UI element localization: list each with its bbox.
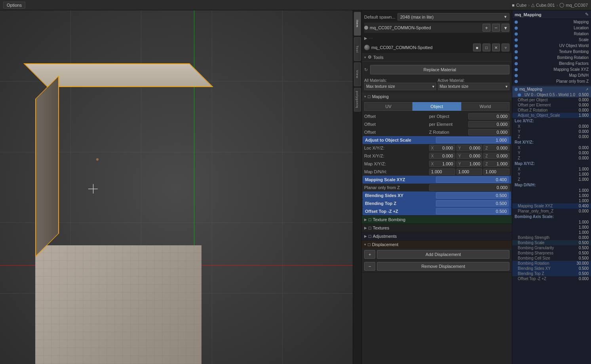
displacement-header[interactable]: ▾ □ Displacement xyxy=(362,241,512,248)
offset-per-object-num[interactable]: 0.000 xyxy=(468,113,510,119)
sidebar-tab-item[interactable]: Item xyxy=(354,12,361,36)
remove-displacement-minus[interactable]: − xyxy=(364,262,375,271)
map-y[interactable]: Y1.000 xyxy=(456,161,483,167)
frp-node-circle xyxy=(515,88,518,91)
sidebar-tab-polygoniq[interactable]: polygoniq xyxy=(354,88,361,112)
blending-sides-row[interactable]: Blending Sides XY 0.500 xyxy=(363,191,511,199)
map-z[interactable]: Z1.000 xyxy=(483,161,509,167)
loc-z[interactable]: Z0.000 xyxy=(483,145,509,151)
offset-per-object-val: per Object xyxy=(429,114,467,119)
frp-bombing-granularity-val: 0.500 xyxy=(579,246,589,250)
textures-label: Textures xyxy=(373,226,390,230)
mapping-toggle: ▾ xyxy=(364,95,366,99)
frp-offset-per-object-key: Offset per Object xyxy=(518,98,547,102)
replace-icon: ↻ xyxy=(364,67,368,72)
mapping-scale-xyz-row[interactable]: Mapping Scale XYZ 0.400 xyxy=(363,176,511,184)
rot-y[interactable]: Y0.000 xyxy=(456,153,483,159)
add-displacement-button[interactable]: Add Displacement xyxy=(377,250,509,259)
frp-edit-icon[interactable]: ✎ xyxy=(585,12,589,17)
planar-only-num[interactable]: 0.000 xyxy=(429,184,509,191)
tab-world[interactable]: World xyxy=(461,102,509,111)
sidebar-tab-view[interactable]: View xyxy=(354,63,361,86)
frp-blending-top: Blending Top Z 0.500 xyxy=(512,271,591,276)
tab-uv[interactable]: UV xyxy=(364,102,412,111)
offset-top-row[interactable]: Offset Top -Z +Z 0.500 xyxy=(363,207,511,215)
frp-rot-y-key: Y xyxy=(518,151,521,155)
active-material-select[interactable]: Max texture size ▾ xyxy=(438,83,510,90)
frp-bombing-rotation-key: Bombing Rotation xyxy=(518,261,549,265)
blending-sides-num[interactable]: 0.500 xyxy=(436,192,509,199)
sidebar-tab-tool[interactable]: Tool xyxy=(354,37,361,61)
map-x[interactable]: X1.000 xyxy=(429,161,455,167)
remove-displacement-button[interactable]: Remove Displacement xyxy=(377,262,509,271)
textures-header[interactable]: ▶ □ Textures xyxy=(362,224,512,232)
spawn-select[interactable]: 2048 (max in lite) ▾ xyxy=(397,13,509,21)
blending-top-row[interactable]: Blending Top Z 0.500 xyxy=(363,199,511,207)
node-settings-btn[interactable]: ▿ xyxy=(502,44,509,51)
adjust-object-scale-num[interactable]: 1.000 xyxy=(436,137,509,143)
offset-per-element-val: per Element xyxy=(429,122,467,127)
mapdn-1[interactable]: 1.000 xyxy=(429,169,455,175)
displacement-remove-row: − Remove Displacement xyxy=(362,260,512,272)
replace-material-button[interactable]: Replace Material xyxy=(370,65,509,74)
frp-blending-top-key: Blending Top Z xyxy=(518,271,544,276)
material-more-btn[interactable]: ▾ xyxy=(502,24,509,32)
loc-y[interactable]: Y0.000 xyxy=(456,145,483,151)
material-remove-btn[interactable]: − xyxy=(492,24,500,32)
mapdn-2[interactable]: 1.000 xyxy=(456,169,483,175)
mapping-scale-xyz-num[interactable]: 0.400 xyxy=(436,176,509,183)
frp-offset-z-rotation-val: 0.000 xyxy=(579,108,589,112)
frp-title: mq_Mapping xyxy=(515,12,542,17)
active-material-value: Max texture size xyxy=(440,84,469,89)
frp-planar-only: Planar only from Z xyxy=(512,78,591,84)
frp-mapdn-1-val: 1.000 xyxy=(579,188,589,193)
spawn-section: Default spawn... 2048 (max in lite) ▾ mq… xyxy=(362,10,512,34)
material-add-btn[interactable]: + xyxy=(483,24,490,32)
texture-bombing-header[interactable]: ▶ □ Texture Bombing xyxy=(362,216,512,224)
tab-object[interactable]: Object xyxy=(412,102,461,111)
viewport[interactable] xyxy=(0,10,353,364)
mapping-header[interactable]: ▾ □ Mapping xyxy=(362,93,512,100)
blending-top-num[interactable]: 0.500 xyxy=(436,200,509,207)
rot-x[interactable]: X0.000 xyxy=(429,153,455,159)
frp-bombing-scale: Bombing Scale 0.500 xyxy=(512,240,591,245)
frp-mapdn-2-val: 1.000 xyxy=(579,193,589,198)
add-displacement-plus[interactable]: + xyxy=(364,250,375,259)
offset-z-rotation-row: Offset Z Rotation 0.000 xyxy=(362,128,512,136)
offset-top-num[interactable]: 0.500 xyxy=(436,208,509,214)
frp-map-z-val: 1.000 xyxy=(579,177,589,182)
frp-mapping-scale-xyz: Mapping Scale XYZ xyxy=(512,66,591,72)
rot-z[interactable]: Z0.000 xyxy=(483,153,509,159)
frp-texture-bombing-dot xyxy=(515,50,518,53)
offset-z-rotation-num[interactable]: 0.000 xyxy=(468,129,510,135)
spawn-value: 2048 (max in lite) xyxy=(400,15,433,19)
breadcrumb-cube001: Cube.001 xyxy=(536,3,555,8)
adjust-object-scale-row[interactable]: Adjust to Object Scale 1.000 xyxy=(363,136,511,144)
offset-per-element-num[interactable]: 0.000 xyxy=(468,121,510,127)
offset-per-object-row: Offset per Object 0.000 xyxy=(362,112,512,120)
loc-x[interactable]: X0.000 xyxy=(429,145,455,151)
frp-mapping: Mapping xyxy=(512,19,591,25)
frp-bombing-rotation: Bombing Rotation 30.000 xyxy=(512,261,591,266)
frp-blending-top-val: 0.500 xyxy=(579,271,589,276)
frp-bombing-cell-size-val: 0.500 xyxy=(579,256,589,260)
frp-node-mq-mapping[interactable]: mq_Mapping ↗ xyxy=(512,86,591,92)
all-materials-select[interactable]: Max texture size ▾ xyxy=(364,83,436,90)
mapdn-3[interactable]: 1.000 xyxy=(483,169,509,175)
options-button[interactable]: Options xyxy=(3,2,25,9)
map-row: Map X/Y/Z: X1.000 Y1.000 Z1.000 xyxy=(362,160,512,168)
frp-loc-x-val: 0.000 xyxy=(579,124,589,129)
adjustments-header[interactable]: ▶ □ Adjustments xyxy=(362,232,512,240)
frp-planar-only-from-z-row: Planar_only_from_Z 0.000 xyxy=(512,209,591,214)
adjustments-section: ▶ □ Adjustments xyxy=(362,232,512,241)
node-close-btn[interactable]: ✕ xyxy=(492,44,500,51)
cube-icon: ■ xyxy=(512,3,515,8)
frp-loc-section: Loc X/Y/Z: xyxy=(512,118,591,124)
node-preview-btn[interactable]: ■ xyxy=(473,44,481,51)
active-material-label: Active Material: xyxy=(438,78,510,83)
frp-loc-x-key: X xyxy=(518,124,521,129)
mapdn-key: Map D/N/H: xyxy=(364,169,428,174)
tools-toggle: ▾ xyxy=(364,55,366,59)
frp-map-x-key: X xyxy=(518,167,521,171)
node-copy-btn[interactable]: □ xyxy=(483,44,490,51)
